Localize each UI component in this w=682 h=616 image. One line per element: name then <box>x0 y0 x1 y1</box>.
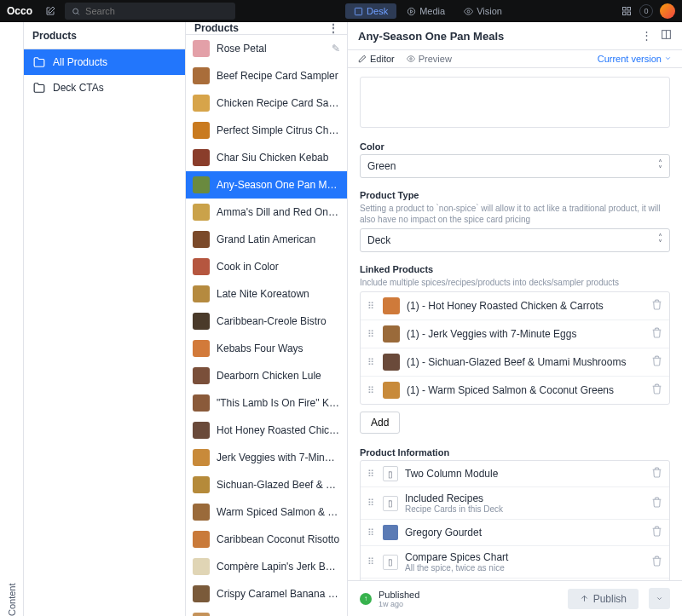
list-item-label: Cook in Color <box>217 261 340 273</box>
list-thumbnail <box>193 585 210 602</box>
list-item[interactable]: Caribbean Coconut Risotto <box>186 526 347 553</box>
drag-handle-icon[interactable]: ⠿ <box>367 301 376 312</box>
trash-icon[interactable] <box>651 497 662 508</box>
trash-icon[interactable] <box>651 299 662 310</box>
list-item-label: Dearborn Chicken Lule <box>217 370 340 382</box>
notification-badge[interactable]: 0 <box>639 4 653 18</box>
tab-preview[interactable]: Preview <box>407 54 452 64</box>
split-pane-icon[interactable] <box>661 29 672 43</box>
list-item[interactable]: Compère Lapin's Jerk Buttered Co... <box>186 553 347 580</box>
vision-icon <box>464 7 473 16</box>
linked-product-row[interactable]: ⠿(1) - Jerk Veggies with 7-Minute Eggs <box>361 320 669 348</box>
drag-handle-icon[interactable]: ⠿ <box>367 469 376 480</box>
list-header: Products ⋮ <box>186 22 347 35</box>
list-item[interactable]: Amma's Dill and Red Onion Rice <box>186 199 347 226</box>
drag-handle-icon[interactable]: ⠿ <box>367 556 376 567</box>
list-item-label: Crispy Caramel Banana Pillows <box>217 588 340 600</box>
list-item-label: Warm Spiced Salmon & Coconut ... <box>217 506 340 518</box>
list-item[interactable]: Rose Petal✎ <box>186 35 347 62</box>
trash-icon[interactable] <box>651 383 662 394</box>
list-item[interactable]: Hot Honey Roasted Chicken & Car... <box>186 417 347 444</box>
linked-product-row[interactable]: ⠿(1) - Hot Honey Roasted Chicken & Carro… <box>361 292 669 320</box>
list-thumbnail <box>193 231 210 248</box>
info-row[interactable]: ⠿▯Two Column Module <box>361 461 669 487</box>
trash-icon[interactable] <box>651 327 662 338</box>
list-menu-icon[interactable]: ⋮ <box>328 22 338 34</box>
drag-handle-icon[interactable]: ⠿ <box>367 357 376 368</box>
nav-tab-desk[interactable]: Desk <box>345 3 396 19</box>
list-item[interactable]: Perfect Simple Citrus Chicken <box>186 117 347 144</box>
product-type-select[interactable]: Deck ˄˅ <box>360 228 670 252</box>
svg-rect-6 <box>627 8 631 11</box>
user-avatar[interactable] <box>660 3 675 19</box>
list-item[interactable]: Jerk Veggies with 7-Minute Eggs <box>186 444 347 471</box>
add-linked-button[interactable]: Add <box>360 412 400 434</box>
edit-icon[interactable]: ✎ <box>332 43 340 55</box>
list-thumbnail <box>193 258 210 275</box>
list-item[interactable]: Char Siu Chicken Kebab <box>186 144 347 171</box>
info-row[interactable]: ⠿▯Compare Spices ChartAll the spice, twi… <box>361 546 669 579</box>
search-box[interactable] <box>65 3 235 20</box>
trash-icon[interactable] <box>651 467 662 478</box>
linked-product-row[interactable]: ⠿(1) - Warm Spiced Salmon & Coconut Gree… <box>361 377 669 404</box>
info-row[interactable]: ⠿▯Included RecipesRecipe Cards in this D… <box>361 487 669 520</box>
list-item[interactable]: Chicken Recipe Card Sampler <box>186 89 347 117</box>
info-title: Compare Spices Chart <box>405 551 644 563</box>
document-header: Any-Season One Pan Meals ⋮ <box>348 22 682 50</box>
brand-logo: Occo <box>7 5 32 17</box>
list-item[interactable]: Sichuan-Glazed Beef & Umami M... <box>186 471 347 498</box>
rail-label[interactable]: Content <box>7 31 17 616</box>
trash-icon[interactable] <box>651 556 662 567</box>
list-item[interactable]: Late Nite Koreatown <box>186 280 347 308</box>
trash-icon[interactable] <box>651 526 662 537</box>
doc-menu-icon[interactable]: ⋮ <box>641 29 652 43</box>
list-item-label: Perfect Simple Citrus Chicken <box>217 124 340 136</box>
list-item[interactable]: Beef Recipe Card Sampler <box>186 62 347 89</box>
linked-product-row[interactable]: ⠿(1) - Sichuan-Glazed Beef & Umami Mushr… <box>361 348 669 377</box>
nav-tab-media[interactable]: Media <box>398 3 454 19</box>
list-item[interactable]: Caribbean-Creole Bistro <box>186 308 347 335</box>
select-toggle-icon: ˄˅ <box>658 234 662 246</box>
list-item[interactable]: Crispy Caramel Banana Pillows <box>186 580 347 607</box>
list-thumbnail <box>193 67 210 84</box>
list-item[interactable]: Hubby's Honey Glazed Ribs <box>186 607 347 616</box>
compose-icon[interactable] <box>44 5 56 17</box>
list-item[interactable]: "This Lamb Is On Fire" Kefta <box>186 389 347 417</box>
list-item-label: Compère Lapin's Jerk Buttered Co... <box>217 561 340 573</box>
list-item[interactable]: Warm Spiced Salmon & Coconut ... <box>186 498 347 526</box>
drag-handle-icon[interactable]: ⠿ <box>367 498 376 509</box>
list-thumbnail <box>193 476 210 493</box>
drag-handle-icon[interactable]: ⠿ <box>367 329 376 340</box>
list-thumbnail <box>193 176 210 193</box>
tree-item-label: Deck CTAs <box>53 82 104 94</box>
list-item[interactable]: Kebabs Four Ways <box>186 335 347 362</box>
grid-icon[interactable] <box>621 5 633 17</box>
tree-pane: Products All ProductsDeck CTAs <box>24 22 186 616</box>
list-item-label: Rose Petal <box>217 43 325 55</box>
search-input[interactable] <box>85 6 228 16</box>
list-thumbnail <box>193 95 210 112</box>
list-item[interactable]: Grand Latin American <box>186 226 347 253</box>
nav-tab-vision[interactable]: Vision <box>455 3 511 19</box>
tree-item[interactable]: All Products <box>24 49 185 75</box>
list-item[interactable]: Cook in Color <box>186 253 347 280</box>
list-item[interactable]: Dearborn Chicken Lule <box>186 362 347 389</box>
linked-product-label: (1) - Jerk Veggies with 7-Minute Eggs <box>407 328 644 340</box>
drag-handle-icon[interactable]: ⠿ <box>367 385 376 396</box>
publish-dropdown[interactable] <box>649 588 670 609</box>
tab-editor[interactable]: Editor <box>358 54 395 64</box>
list-item[interactable]: Any-Season One Pan Meals <box>186 171 347 199</box>
trash-icon[interactable] <box>651 355 662 366</box>
publish-button[interactable]: Publish <box>568 589 639 609</box>
color-label: Color <box>360 141 670 152</box>
list-thumbnail <box>193 558 210 575</box>
tree-item[interactable]: Deck CTAs <box>24 75 185 101</box>
drag-handle-icon[interactable]: ⠿ <box>367 527 376 538</box>
tree-header: Products <box>24 22 185 49</box>
info-row[interactable]: ⠿Gregory Gourdet <box>361 520 669 546</box>
status-bar: ↑ Published 1w ago Publish <box>348 580 682 616</box>
rich-text-field[interactable] <box>360 77 670 128</box>
product-type-hint: Setting a product to `non-spice` will al… <box>360 203 670 225</box>
color-select[interactable]: Green ˄˅ <box>360 154 670 178</box>
version-selector[interactable]: Current version <box>598 54 672 64</box>
